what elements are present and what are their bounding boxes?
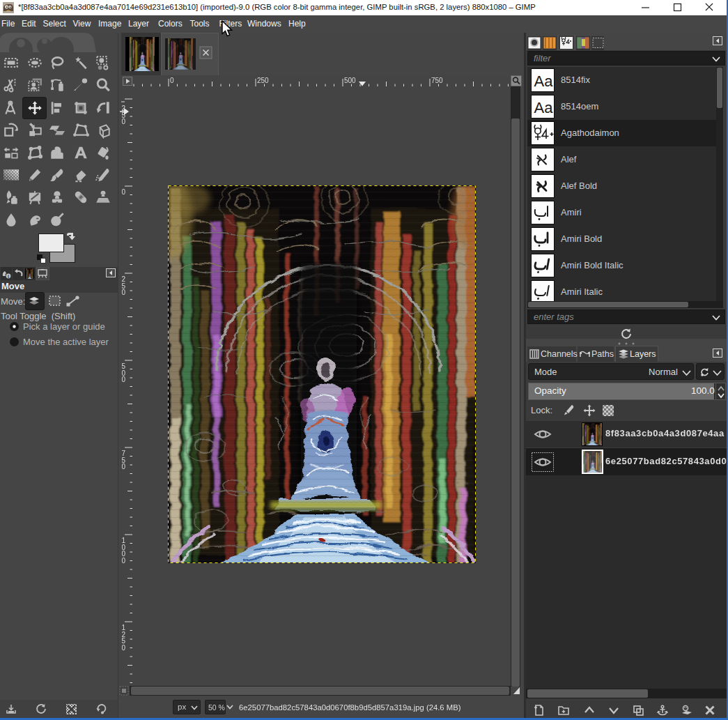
svg-text:0: 0 bbox=[122, 376, 126, 383]
svg-text:0: 0 bbox=[122, 463, 126, 470]
svg-text:0: 0 bbox=[122, 644, 126, 652]
svg-text:250: 250 bbox=[257, 77, 269, 84]
svg-text:0: 0 bbox=[122, 557, 126, 565]
svg-text:0: 0 bbox=[122, 188, 126, 196]
svg-text:Aa: Aa bbox=[534, 72, 554, 90]
svg-text:i: i bbox=[8, 274, 9, 279]
svg-text:500: 500 bbox=[344, 77, 356, 84]
svg-text:0: 0 bbox=[122, 118, 126, 125]
svg-text:Aa: Aa bbox=[534, 99, 554, 116]
svg-text:0: 0 bbox=[170, 77, 174, 84]
svg-text:750: 750 bbox=[431, 77, 443, 84]
svg-text:0: 0 bbox=[122, 289, 126, 296]
